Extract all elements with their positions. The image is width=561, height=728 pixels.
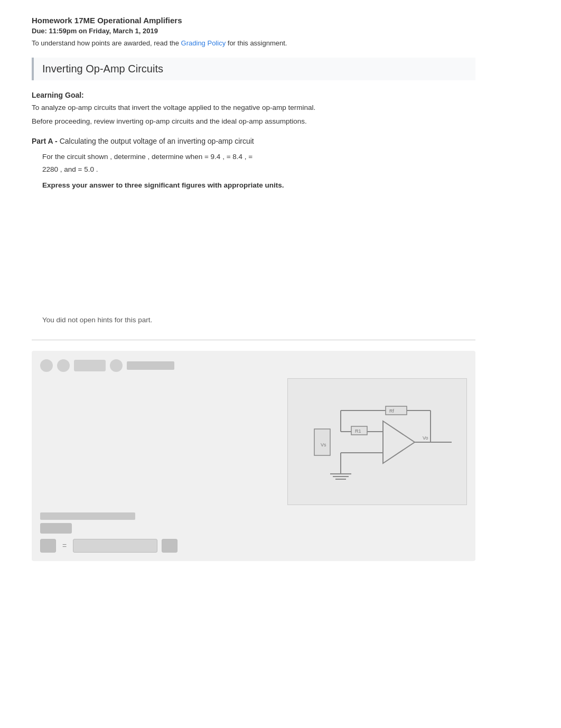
toolbar-label-1: [127, 361, 174, 370]
hints-text: You did not open hints for this part.: [42, 316, 475, 324]
problem-text-5: ,: [245, 153, 247, 161]
circuit-svg: Vs R1 Rf Vo: [288, 379, 467, 505]
bottom-blurred-btn[interactable]: [40, 523, 72, 534]
part-a-label: Part A -: [32, 137, 58, 145]
problem-text-4: = 8.4: [227, 153, 242, 161]
part-a-header: Part A - Calculating the output voltage …: [32, 137, 475, 145]
section-box: Inverting Op-Amp Circuits: [32, 58, 475, 80]
toolbar-btn-3[interactable]: [74, 360, 106, 371]
answer-input-field[interactable]: [73, 539, 157, 553]
problem-text-7: 2280: [42, 165, 58, 173]
circuit-area: Vs R1 Rf Vo: [40, 378, 467, 505]
bottom-btn-row: [40, 523, 467, 534]
svg-text:Rf: Rf: [389, 408, 394, 414]
problem-text-6: =: [248, 153, 253, 161]
hw-title: Homework 17ME Operational Amplifiers: [32, 16, 475, 25]
hw-grading-info: To understand how points are awarded, re…: [32, 39, 475, 47]
bottom-toolbar: [40, 359, 467, 372]
svg-text:R1: R1: [355, 428, 361, 434]
svg-rect-8: [386, 406, 407, 415]
problem-text-2: = 9.4: [204, 153, 220, 161]
problem-word-when: when: [185, 153, 202, 161]
circuit-diagram: Vs R1 Rf Vo: [287, 378, 467, 505]
svg-marker-0: [383, 421, 415, 463]
answer-submit-btn[interactable]: [162, 539, 177, 553]
hw-due: Due: 11:59pm on Friday, March 1, 2019: [32, 27, 475, 35]
answer-input-row[interactable]: =: [40, 539, 467, 553]
svg-text:Vo: Vo: [423, 435, 428, 441]
answer-icon-btn[interactable]: [40, 539, 56, 553]
problem-text-9: = 5.0: [78, 165, 94, 173]
problem-statement: For the circuit shown , determine , dete…: [42, 151, 475, 176]
svg-text:Vs: Vs: [321, 442, 326, 447]
bottom-label-row: [40, 511, 467, 520]
learning-goal-label: Learning Goal:: [32, 91, 475, 99]
bottom-blurred-label: [40, 512, 135, 520]
section-title: Inverting Op-Amp Circuits: [42, 63, 467, 75]
answer-area: [42, 200, 475, 305]
problem-text-10: .: [96, 165, 98, 173]
bottom-section: Vs R1 Rf Vo =: [32, 351, 475, 561]
problem-text-8: , and: [60, 165, 76, 173]
toolbar-btn-2[interactable]: [57, 359, 70, 372]
problem-text-determine: , determine: [148, 153, 185, 161]
problem-text-1: For the circuit shown , determine: [42, 153, 146, 161]
learning-goal-line1: To analyze op-amp circuits that invert t…: [32, 102, 475, 113]
section-divider: [32, 340, 475, 340]
learning-goal-line2: Before proceeding, review inverting op-a…: [32, 116, 475, 127]
grading-text: To understand how points are awarded, re…: [32, 39, 179, 47]
bold-instruction: Express your answer to three significant…: [42, 181, 475, 189]
equals-sign: =: [62, 542, 67, 550]
part-a-desc: Calculating the output voltage of an inv…: [60, 137, 254, 145]
toolbar-btn-1[interactable]: [40, 359, 53, 372]
problem-text-3: ,: [222, 153, 225, 161]
grading-suffix: for this assignment.: [228, 39, 287, 47]
toolbar-btn-4[interactable]: [110, 359, 123, 372]
grading-policy-link[interactable]: Grading Policy: [181, 39, 226, 47]
